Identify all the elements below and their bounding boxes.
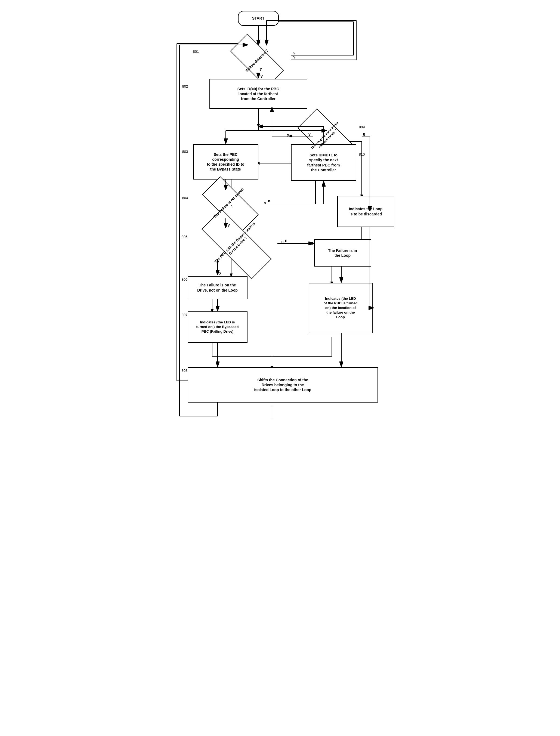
ref-810: 810 [359,152,365,156]
start-label: START [252,16,265,21]
label-n-805: n [281,239,284,243]
label-y-801: y [260,67,262,71]
ref-805: 805 [182,235,188,239]
ref-806: 806 [182,277,188,282]
ref-804: 804 [182,196,188,200]
label-n-809: n [363,133,365,137]
svg-marker-8 [257,124,260,127]
start-node: START [238,11,279,26]
node-812: Indicates (the LED of the PBC is turned … [309,283,373,333]
node-801-wrapper: Failure detected ? [215,46,299,76]
label-n-804: n [264,201,266,205]
label-n-801: n [293,51,295,55]
flowchart-container: START 801 Failure detected ? y n 802 Set… [158,5,403,658]
ref-803: 803 [182,150,188,154]
ref-807: 807 [182,313,188,317]
node-813-text: Indicates the Loop is to be discarded [349,206,383,216]
node-805-wrapper: The PBC with the Bypass state is for the… [188,228,286,260]
node-808: Shifts the Connection of the Drives belo… [188,367,378,403]
node-806: The Failure is on the Drive, not on the … [188,276,247,299]
node-813: Indicates the Loop is to be discarded [337,196,394,227]
node-812-text: Indicates (the LED of the PBC is turned … [324,296,358,319]
ref-808: 808 [182,369,188,373]
label-y-809: y [287,133,289,137]
node-810: Sets ID=ID+1 to specify the next farthes… [291,144,356,181]
node-807-text: Indicates (the LED is turned on ) the By… [196,320,239,334]
node-802-text: Sets ID(=0) for the PBC located at the f… [237,86,279,101]
node-807: Indicates (the LED is turned on ) the By… [188,311,247,343]
node-803-text: Sets the PBC corresponding to the specif… [207,152,245,172]
node-803: Sets the PBC corresponding to the specif… [193,144,258,180]
ref-802: 802 [182,84,188,88]
node-811-text: The Failure is in the Loop [328,248,357,258]
node-806-text: The Failure is on the Drive, not on the … [197,283,238,292]
node-804-wrapper: The Failure is recovered ? [193,190,268,219]
node-802: Sets ID(=0) for the PBC located at the f… [209,79,307,109]
node-811: The Failure is in the Loop [314,239,371,267]
ref-801: 801 [193,50,199,54]
node-808-text: Shifts the Connection of the Drives belo… [254,378,311,392]
